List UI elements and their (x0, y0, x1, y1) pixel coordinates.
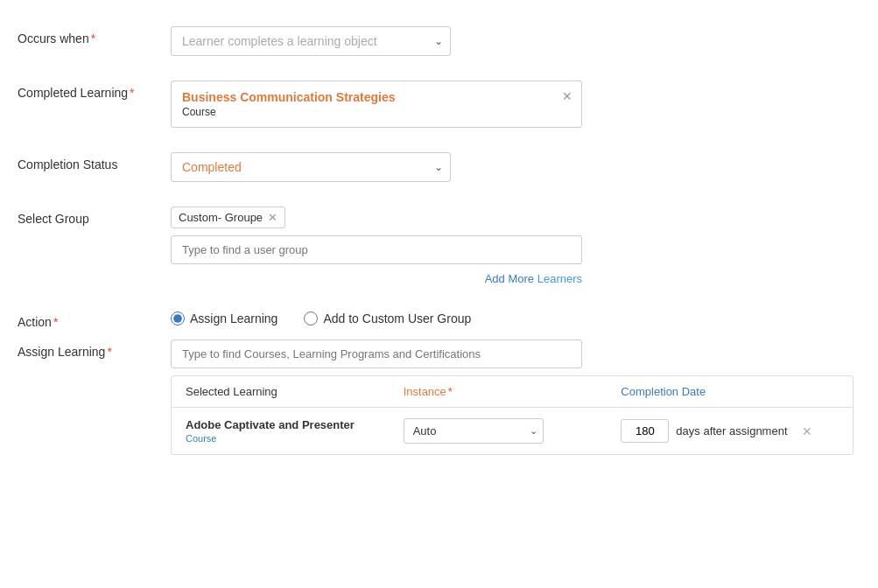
assign-learning-option[interactable]: Assign Learning (171, 312, 277, 326)
row-date-data: days after assignment ✕ (621, 419, 839, 443)
action-row: Action* Assign Learning Add to Custom Us… (18, 310, 860, 329)
tag-label: Custom- Groupe (179, 211, 263, 224)
completed-learning-label: Completed Learning* (18, 80, 171, 100)
group-section: Custom- Groupe ✕ Add More Learners (171, 206, 608, 285)
completed-learning-box: Business Communication Strategies Course… (171, 80, 582, 128)
action-label: Action* (18, 310, 171, 329)
occurs-when-value: Learner completes a learning object (172, 27, 450, 55)
header-instance: Instance* (404, 385, 622, 398)
assign-learning-row: Assign Learning* Selected Learning Insta… (18, 340, 860, 455)
completion-status-row: Completion Status Completed ⌄ (18, 152, 860, 182)
days-input[interactable] (621, 419, 669, 443)
tag-close-icon[interactable]: ✕ (268, 212, 277, 223)
table-row: Adobe Captivate and Presenter Course Aut… (172, 408, 853, 454)
occurs-when-row: Occurs when* Learner completes a learnin… (18, 26, 860, 56)
completed-learning-close-button[interactable]: ✕ (562, 90, 572, 102)
row-learning-info: Adobe Captivate and Presenter Course (186, 418, 404, 444)
completed-learning-control: Business Communication Strategies Course… (171, 80, 608, 128)
add-to-group-option-label: Add to Custom User Group (323, 312, 471, 326)
add-to-group-radio[interactable] (304, 312, 318, 326)
table-header: Selected Learning Instance* Completion D… (172, 376, 853, 408)
completed-learning-subtitle: Course (182, 106, 571, 118)
row-learning-type: Course (186, 433, 404, 444)
add-to-group-option[interactable]: Add to Custom User Group (304, 312, 471, 326)
add-more-link-container: Add More Learners (171, 271, 582, 285)
find-group-input[interactable] (171, 235, 582, 264)
days-after-label: days after assignment (676, 424, 787, 438)
select-group-row: Select Group Custom- Groupe ✕ Add More L… (18, 206, 860, 285)
selected-learning-table: Selected Learning Instance* Completion D… (171, 375, 853, 455)
completion-status-label: Completion Status (18, 152, 171, 172)
select-group-control: Custom- Groupe ✕ Add More Learners (171, 206, 608, 285)
action-options: Assign Learning Add to Custom User Group (171, 310, 608, 326)
row-learning-name: Adobe Captivate and Presenter (186, 418, 404, 431)
learners-label: Learners (537, 272, 582, 285)
assign-learning-input[interactable] (171, 340, 582, 368)
completed-learning-row: Completed Learning* Business Communicati… (18, 80, 860, 128)
row-instance-data: Auto ⌄ (404, 418, 622, 444)
add-more-learners-link[interactable]: Add More Learners (485, 272, 582, 285)
row-close-icon[interactable]: ✕ (802, 424, 812, 438)
completion-status-control: Completed ⌄ (171, 152, 608, 182)
occurs-when-label: Occurs when* (18, 26, 171, 46)
occurs-when-select-wrapper[interactable]: Learner completes a learning object ⌄ (171, 26, 451, 56)
instance-value: Auto (404, 419, 543, 443)
action-options-container: Assign Learning Add to Custom User Group (171, 310, 608, 326)
assign-learning-label: Assign Learning* (18, 340, 171, 359)
assign-learning-radio[interactable] (171, 312, 185, 326)
instance-select[interactable]: Auto ⌄ (404, 418, 544, 444)
completion-status-select-wrapper[interactable]: Completed ⌄ (171, 152, 451, 182)
occurs-when-control: Learner completes a learning object ⌄ (171, 26, 608, 56)
group-tags-container: Custom- Groupe ✕ (171, 206, 608, 228)
completion-status-value: Completed (172, 153, 450, 181)
assign-learning-control: Selected Learning Instance* Completion D… (171, 340, 608, 455)
select-group-label: Select Group (18, 206, 171, 226)
add-more-label: Add More (485, 272, 537, 285)
assign-learning-option-label: Assign Learning (190, 312, 277, 326)
completed-learning-title: Business Communication Strategies (182, 90, 571, 104)
header-date: Completion Date (621, 385, 839, 398)
group-tag: Custom- Groupe ✕ (171, 206, 285, 228)
header-learning: Selected Learning (186, 385, 404, 398)
